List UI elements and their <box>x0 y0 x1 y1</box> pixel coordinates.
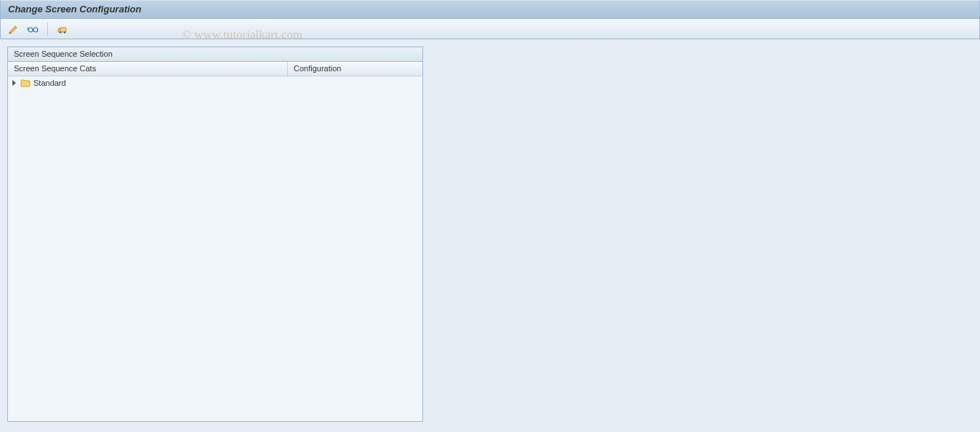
toggle-edit-button[interactable] <box>7 22 21 36</box>
folder-icon <box>20 79 31 87</box>
expand-icon[interactable] <box>12 80 16 86</box>
transport-icon <box>57 23 68 35</box>
toolbar-separator <box>47 23 48 36</box>
column-header-cats[interactable]: Screen Sequence Cats <box>8 62 288 76</box>
toolbar <box>0 19 980 39</box>
page-title: Change Screen Configuration <box>8 4 141 15</box>
transport-button[interactable] <box>55 22 70 36</box>
panel-title: Screen Sequence Selection <box>8 47 422 62</box>
display-button[interactable] <box>25 22 40 36</box>
tree-row[interactable]: Standard <box>8 76 422 89</box>
pencil-toggle-icon <box>8 23 20 35</box>
content-area: Screen Sequence Selection Screen Sequenc… <box>0 39 980 429</box>
tree-row-label: Standard <box>33 79 66 87</box>
column-header-config[interactable]: Configuration <box>288 62 422 76</box>
svg-point-1 <box>33 28 38 32</box>
tree-body: Standard <box>8 76 422 421</box>
titlebar: Change Screen Configuration <box>0 0 980 19</box>
table-header: Screen Sequence Cats Configuration <box>8 62 422 76</box>
svg-point-5 <box>64 31 65 33</box>
svg-point-0 <box>28 28 33 32</box>
screen-sequence-panel: Screen Sequence Selection Screen Sequenc… <box>7 47 423 422</box>
glasses-display-icon <box>27 23 39 35</box>
svg-point-4 <box>60 31 61 33</box>
